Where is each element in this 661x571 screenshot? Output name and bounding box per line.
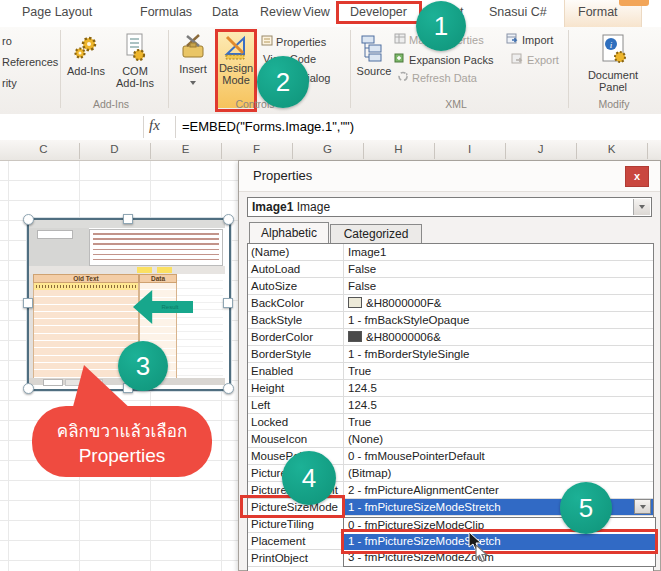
tab-page-layout[interactable]: Page Layout <box>22 5 92 19</box>
formula-bar-divider <box>175 116 176 138</box>
group-divider <box>568 30 569 108</box>
group-label-controls: Controls <box>172 98 338 110</box>
tab-format[interactable]: Format <box>578 5 618 19</box>
picturesizemode-dropdown-icon[interactable] <box>634 499 651 514</box>
expansion-packs-label: Expansion Packs <box>409 54 493 66</box>
property-row-bordercolor[interactable]: BorderColor&H80000006& <box>248 329 653 346</box>
excel-window: Page Layout Formulas Data Review View De… <box>0 0 661 571</box>
property-row-autoload[interactable]: AutoLoadFalse <box>248 261 653 278</box>
property-row-locked[interactable]: LockedTrue <box>248 414 653 431</box>
tab-alphabetic[interactable]: Alphabetic <box>249 222 329 243</box>
color-swatch <box>348 331 362 342</box>
property-row-height[interactable]: Height124.5 <box>248 380 653 397</box>
expansion-packs-button[interactable]: Expansion Packs <box>394 53 493 66</box>
import-button[interactable]: Import <box>506 33 553 46</box>
property-row-mouseicon[interactable]: MouseIcon(None) <box>248 431 653 448</box>
formula-bar-divider <box>143 116 144 138</box>
column-header-f[interactable]: F <box>221 143 293 159</box>
properties-window-title: Properties <box>253 168 312 183</box>
properties-titlebar[interactable]: Properties <box>239 161 660 192</box>
dropdown-option-zoom[interactable]: 3 - fmPictureSizeModeZoom <box>344 550 655 566</box>
group-label-add-ins: Add-Ins <box>64 98 158 110</box>
object-selector[interactable]: Image1 Image <box>247 197 652 217</box>
com-add-ins-button[interactable]: COM Add-Ins <box>112 33 158 89</box>
property-row-borderstyle[interactable]: BorderStyle1 - fmBorderStyleSingle <box>248 346 653 363</box>
fx-icon: fx <box>149 117 160 134</box>
selection-handle[interactable] <box>23 383 34 394</box>
partial-label-security: rity <box>2 77 17 89</box>
tab-categorized[interactable]: Categorized <box>330 224 422 243</box>
gridline <box>8 161 9 571</box>
refresh-data-icon <box>397 72 412 84</box>
picturesizemode-dropdown-list: 0 - fmPictureSizeModeClip 1 - fmPictureS… <box>343 517 656 567</box>
property-row-backcolor[interactable]: BackColor&H8000000F& <box>248 295 653 312</box>
formula-bar: fx =EMBED("Forms.Image.1","") <box>0 114 661 141</box>
property-row-left[interactable]: Left124.5 <box>248 397 653 414</box>
group-divider <box>60 30 61 108</box>
mini-old-text-header: Old Text <box>33 274 139 283</box>
step-badge-3: 3 <box>118 341 168 391</box>
tab-formulas[interactable]: Formulas <box>140 5 192 19</box>
add-ins-label: Add-Ins <box>67 65 105 77</box>
column-header-e[interactable]: E <box>150 143 222 159</box>
mini-empty-cells <box>177 274 223 378</box>
selection-handle[interactable] <box>123 214 133 224</box>
column-header-i[interactable]: I <box>434 143 506 159</box>
column-header-c[interactable]: C <box>8 143 80 159</box>
column-header-g[interactable]: G <box>292 143 364 159</box>
callout-bubble: คลิกขวาแล้วเลือก Properties <box>32 406 212 477</box>
selection-handle[interactable] <box>223 214 234 225</box>
object-selector-dropdown-icon[interactable] <box>633 199 650 215</box>
properties-icon <box>261 36 276 48</box>
column-header-j[interactable]: J <box>505 143 577 159</box>
mini-highlighted-header <box>137 267 152 273</box>
partial-label-references: References <box>2 56 58 68</box>
column-header-d[interactable]: D <box>79 143 151 159</box>
ribbon-tab-bar: Page Layout Formulas Data Review View De… <box>0 0 661 28</box>
mini-yellow-row <box>33 283 139 290</box>
column-header-h[interactable]: H <box>363 143 435 159</box>
selection-handle[interactable] <box>23 298 33 308</box>
insert-control-button[interactable]: Insert <box>172 33 214 87</box>
property-row-autosize[interactable]: AutoSizeFalse <box>248 278 653 295</box>
callout-line1: คลิกขวาแล้วเลือก <box>32 417 212 444</box>
selection-handle[interactable] <box>23 214 34 225</box>
mini-formula-text-lines <box>93 233 219 262</box>
tab-review[interactable]: Review <box>260 5 301 19</box>
formula-input[interactable]: =EMBED("Forms.Image.1","") <box>182 119 354 134</box>
document-panel-button[interactable]: i Document Panel <box>576 33 650 93</box>
refresh-data-button[interactable]: Refresh Data <box>397 71 477 84</box>
mini-column-headers <box>29 266 225 274</box>
import-label: Import <box>522 34 553 46</box>
selection-handle[interactable] <box>223 298 233 308</box>
selection-handle[interactable] <box>223 383 234 394</box>
tab-data[interactable]: Data <box>212 5 238 19</box>
source-label: Source <box>357 65 392 77</box>
group-divider <box>350 30 351 108</box>
tab-view[interactable]: View <box>303 5 330 19</box>
source-icon <box>359 53 389 65</box>
group-divider <box>168 30 169 108</box>
property-row-name[interactable]: (Name)Image1 <box>248 244 653 261</box>
tab-snasui[interactable]: Snasui C# <box>489 5 547 19</box>
property-row-backstyle[interactable]: BackStyle1 - fmBackStyleOpaque <box>248 312 653 329</box>
chevron-down-icon <box>190 81 196 85</box>
property-row-enabled[interactable]: EnabledTrue <box>248 363 653 380</box>
gears-icon <box>73 53 99 65</box>
column-header-k[interactable]: K <box>576 143 648 159</box>
step-badge-4: 4 <box>282 451 336 505</box>
control-properties-button[interactable]: Properties <box>261 35 326 48</box>
dropdown-option-stretch[interactable]: 1 - fmPictureSizeModeStretch <box>344 534 655 550</box>
step-badge-5: 5 <box>560 482 612 534</box>
expansion-packs-icon <box>394 54 409 66</box>
import-icon <box>506 34 522 46</box>
callout-line2: Properties <box>32 445 212 467</box>
close-icon[interactable]: x <box>625 166 649 187</box>
source-button[interactable]: Source <box>354 33 394 77</box>
step-badge-2: 2 <box>257 56 309 108</box>
add-ins-button[interactable]: Add-Ins <box>64 33 108 77</box>
export-button[interactable]: Export <box>511 53 559 66</box>
tab-developer[interactable]: Developer <box>350 5 407 19</box>
group-label-xml: XML <box>354 98 558 110</box>
ribbon: ro References rity Add-Ins <box>0 27 661 115</box>
